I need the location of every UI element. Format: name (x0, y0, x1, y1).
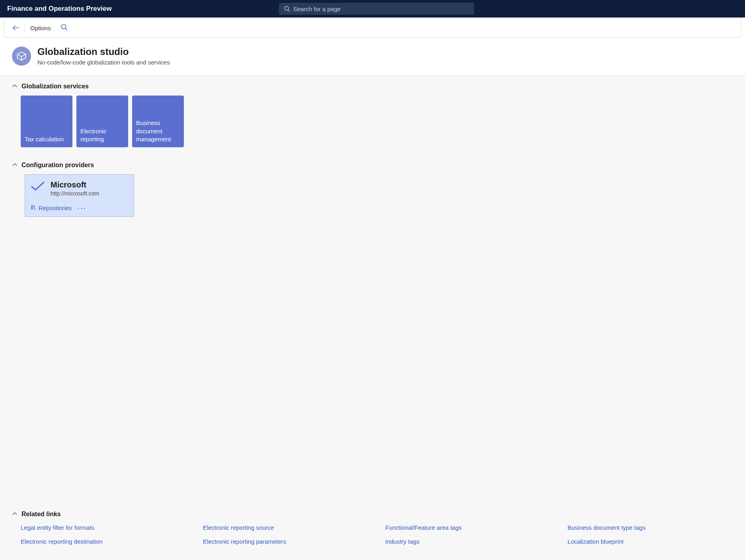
search-icon (60, 23, 68, 31)
chevron-up-icon (11, 162, 18, 168)
link-bd-type-tags[interactable]: Business document type tags (568, 524, 734, 531)
page-subtitle: No-code/low-code globalization tools and… (37, 59, 170, 66)
link-industry-tags[interactable]: Industry tags (385, 538, 552, 545)
repositories-link[interactable]: Repositories (31, 205, 72, 211)
tile-business-document-management[interactable]: Business document management (132, 96, 184, 147)
search-placeholder: Search for a page (293, 6, 341, 12)
section-globalization-services: Globalization services Tax calculation E… (11, 83, 734, 158)
svg-marker-5 (18, 52, 26, 57)
svg-line-1 (288, 10, 290, 12)
section-title: Configuration providers (21, 162, 94, 169)
tile-tax-calculation[interactable]: Tax calculation (21, 96, 72, 147)
chevron-up-icon (11, 511, 18, 517)
checkmark-icon (31, 181, 45, 193)
svg-line-9 (34, 205, 35, 209)
link-er-source[interactable]: Electronic reporting source (203, 524, 369, 531)
section-title: Related links (21, 511, 61, 518)
section-related-links: Related links Legal entity filter for fo… (11, 511, 734, 545)
repository-icon (31, 205, 36, 211)
section-header-configuration-providers[interactable]: Configuration providers (11, 162, 734, 169)
page-title: Globalization studio (37, 46, 170, 57)
tile-label: Tax calculation (25, 135, 64, 143)
global-search-input[interactable]: Search for a page (279, 3, 474, 15)
toolbar-search-button[interactable] (60, 23, 68, 32)
section-title: Globalization services (21, 83, 89, 90)
link-localization-blueprint[interactable]: Localization blueprint (568, 538, 734, 545)
link-er-parameters[interactable]: Electronic reporting parameters (203, 538, 369, 545)
workspace-icon (12, 47, 31, 66)
action-toolbar: Options (4, 18, 741, 37)
back-arrow-icon (12, 23, 20, 32)
svg-point-0 (285, 6, 289, 10)
provider-card-microsoft[interactable]: Microsoft http://microsoft.com Repositor… (25, 174, 134, 217)
tile-electronic-reporting[interactable]: Electronic reporting (76, 96, 128, 147)
provider-name: Microsoft (51, 180, 99, 189)
tile-label: Electronic reporting (80, 127, 124, 144)
section-configuration-providers: Configuration providers Microsoft http:/… (11, 162, 734, 233)
chevron-up-icon (11, 83, 18, 90)
section-header-globalization-services[interactable]: Globalization services (11, 83, 734, 90)
repositories-label: Repositories (39, 205, 72, 211)
link-legal-entity-filter[interactable]: Legal entity filter for formats (21, 524, 187, 531)
search-icon (284, 6, 290, 12)
more-actions-button[interactable]: ··· (77, 204, 86, 212)
tile-label: Business document management (136, 119, 180, 143)
back-button[interactable] (12, 23, 25, 33)
link-er-destination[interactable]: Electronic reporting destination (21, 538, 187, 545)
related-links-grid: Legal entity filter for formats Electron… (21, 524, 734, 545)
svg-line-4 (65, 28, 67, 30)
content-body: Globalization services Tax calculation E… (0, 76, 745, 560)
app-title: Finance and Operations Preview (7, 5, 112, 13)
svg-point-3 (61, 24, 66, 29)
top-navbar: Finance and Operations Preview Search fo… (0, 0, 745, 18)
provider-url: http://microsoft.com (51, 190, 99, 197)
options-button[interactable]: Options (30, 25, 51, 31)
page-header: Globalization studio No-code/low-code gl… (0, 37, 745, 76)
link-functional-tags[interactable]: Functional/Feature area tags (385, 524, 552, 531)
section-header-related-links[interactable]: Related links (11, 511, 734, 518)
tiles-container: Tax calculation Electronic reporting Bus… (21, 96, 734, 147)
